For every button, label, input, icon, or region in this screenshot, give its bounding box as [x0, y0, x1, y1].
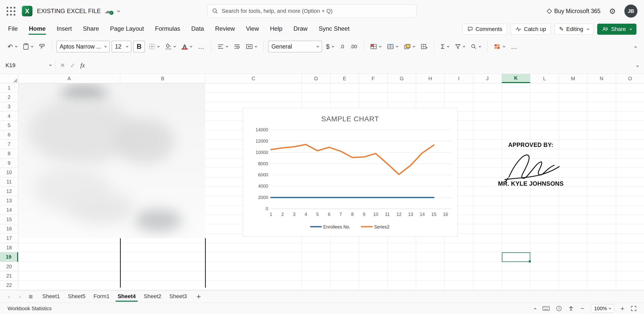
menu-item-file[interactable]: File: [8, 23, 18, 35]
number-format-select[interactable]: General: [268, 41, 322, 52]
sheet-tab-sheet4[interactable]: Sheet4: [113, 291, 140, 303]
row-header-17[interactable]: 17: [0, 234, 18, 243]
help-icon[interactable]: ?: [556, 306, 562, 311]
row-header-7[interactable]: 7: [0, 140, 18, 149]
catch-up-button[interactable]: Catch up: [511, 24, 551, 35]
sheet-tab-sheet1[interactable]: Sheet1: [38, 291, 64, 303]
font-name-select[interactable]: Aptos Narrow ...: [56, 41, 110, 52]
column-header-k[interactable]: K: [502, 74, 531, 83]
insert-cells-button[interactable]: [419, 41, 429, 53]
column-header-h[interactable]: H: [416, 74, 445, 83]
row-header-5[interactable]: 5: [0, 121, 18, 130]
column-header-j[interactable]: J: [473, 74, 502, 83]
row-header-16[interactable]: 16: [0, 224, 18, 233]
currency-format-button[interactable]: $: [324, 41, 336, 53]
undo-button[interactable]: ↶: [6, 41, 19, 53]
merge-cells-button[interactable]: [244, 41, 259, 53]
scroll-sheets-right-button[interactable]: [15, 294, 23, 299]
name-box[interactable]: K19: [0, 62, 55, 69]
menu-item-page-layout[interactable]: Page Layout: [109, 23, 144, 35]
cancel-entry-icon[interactable]: ✕: [60, 62, 65, 69]
wrap-text-button[interactable]: [232, 41, 242, 53]
collapse-status-chevron-icon[interactable]: [533, 307, 536, 310]
spreadsheet-grid[interactable]: SAMPLE CHART0200040006000800010000120001…: [0, 83, 644, 290]
excel-logo[interactable]: X: [22, 6, 32, 16]
more-ribbon-options-button[interactable]: …: [509, 41, 519, 53]
paste-button[interactable]: [21, 41, 35, 53]
sheet-tab-sheet2[interactable]: Sheet2: [140, 291, 166, 303]
column-header-c[interactable]: C: [205, 74, 302, 83]
format-as-table-button[interactable]: [385, 41, 400, 53]
ribbon-display-options-button[interactable]: [631, 41, 638, 53]
selected-cell-outline[interactable]: [502, 252, 531, 262]
row-header-14[interactable]: 14: [0, 206, 18, 215]
share-button[interactable]: Share: [597, 24, 636, 35]
column-header-a[interactable]: A: [18, 74, 120, 83]
menu-item-draw[interactable]: Draw: [293, 23, 308, 35]
menu-item-share[interactable]: Share: [82, 23, 99, 35]
autosum-button[interactable]: Σ: [439, 41, 451, 53]
borders-button[interactable]: [147, 41, 161, 53]
row-header-20[interactable]: 20: [0, 262, 18, 271]
row-header-8[interactable]: 8: [0, 149, 18, 159]
conditional-formatting-button[interactable]: [368, 41, 383, 53]
file-menu-chevron-icon[interactable]: [117, 9, 120, 12]
enter-entry-icon[interactable]: ✓: [70, 62, 75, 69]
row-header-4[interactable]: 4: [0, 111, 18, 121]
column-header-g[interactable]: G: [388, 74, 416, 83]
row-header-10[interactable]: 10: [0, 168, 18, 177]
select-all-corner[interactable]: [0, 74, 18, 83]
insert-function-icon[interactable]: fx: [80, 62, 85, 69]
column-header-e[interactable]: E: [331, 74, 359, 83]
decrease-decimal-button[interactable]: .00: [348, 41, 359, 53]
search-input[interactable]: [222, 8, 412, 14]
sheet-tab-sheet5[interactable]: Sheet5: [64, 291, 90, 303]
sort-filter-button[interactable]: [453, 41, 467, 53]
formula-input[interactable]: [89, 57, 630, 74]
format-cells-button[interactable]: [492, 41, 507, 53]
menu-item-insert[interactable]: Insert: [56, 23, 72, 35]
comments-button[interactable]: Comments: [463, 24, 507, 35]
row-header-9[interactable]: 9: [0, 159, 18, 168]
accessibility-icon[interactable]: [568, 306, 574, 311]
column-header-i[interactable]: I: [445, 74, 473, 83]
zoom-out-icon[interactable]: −: [580, 305, 584, 312]
format-painter-button[interactable]: [37, 41, 47, 53]
sheet-tab-form1[interactable]: Form1: [90, 291, 114, 303]
row-header-19[interactable]: 19: [0, 252, 18, 262]
column-header-o[interactable]: O: [616, 74, 644, 83]
menu-item-view[interactable]: View: [246, 23, 260, 35]
menu-item-formulas[interactable]: Formulas: [154, 23, 181, 35]
row-header-3[interactable]: 3: [0, 102, 18, 111]
fullscreen-icon[interactable]: [631, 306, 636, 311]
row-header-12[interactable]: 12: [0, 187, 18, 196]
column-header-b[interactable]: B: [120, 74, 205, 83]
zoom-level-select[interactable]: 100%: [591, 304, 614, 313]
search-bar[interactable]: [207, 4, 417, 18]
workbook-statistics-button[interactable]: Workbook Statistics: [8, 306, 52, 311]
file-name[interactable]: EXISTING EXCEL FILE: [37, 8, 101, 15]
approval-block[interactable]: APPROVED BY: MR. KYLE JOHNSONS: [492, 142, 570, 187]
menu-item-review[interactable]: Review: [215, 23, 235, 35]
column-header-m[interactable]: M: [559, 74, 588, 83]
column-header-d[interactable]: D: [302, 74, 331, 83]
zoom-in-icon[interactable]: +: [621, 305, 624, 312]
all-sheets-menu-icon[interactable]: ≡: [25, 293, 36, 301]
row-header-21[interactable]: 21: [0, 271, 18, 281]
menu-item-sync-sheet[interactable]: Sync Sheet: [318, 23, 350, 35]
increase-decimal-button[interactable]: .0: [338, 41, 346, 53]
expand-formula-bar-button[interactable]: [630, 63, 644, 68]
app-launcher-icon[interactable]: [7, 7, 15, 16]
avatar[interactable]: JB: [624, 5, 637, 18]
add-sheet-button[interactable]: +: [193, 292, 205, 301]
keyboard-icon[interactable]: [543, 306, 550, 311]
column-header-l[interactable]: L: [530, 74, 559, 83]
row-header-11[interactable]: 11: [0, 177, 18, 187]
fill-color-button[interactable]: [163, 41, 178, 53]
menu-item-data[interactable]: Data: [191, 23, 205, 35]
row-header-2[interactable]: 2: [0, 93, 18, 102]
sheet-tab-sheet3[interactable]: Sheet3: [165, 291, 191, 303]
bold-button[interactable]: B: [133, 41, 145, 52]
column-header-n[interactable]: N: [587, 74, 616, 83]
row-header-6[interactable]: 6: [0, 130, 18, 140]
